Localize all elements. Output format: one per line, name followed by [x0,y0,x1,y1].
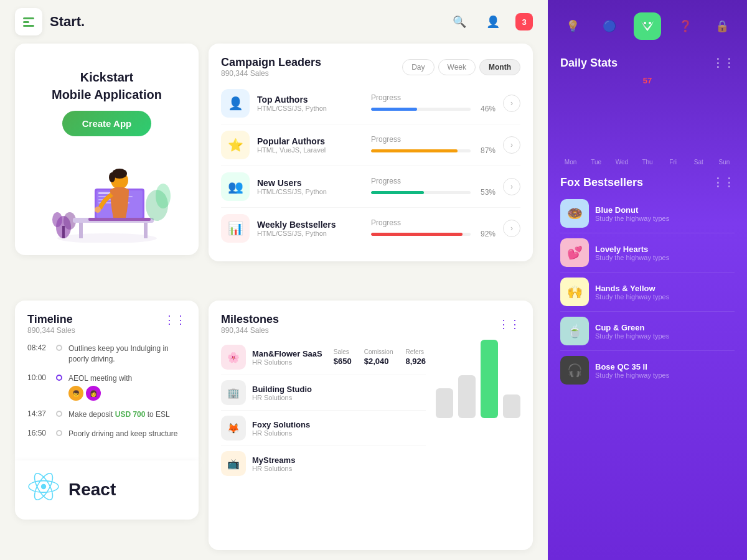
milestone-info-3: Foxy Solutions HR Solutions [252,420,426,437]
svg-point-21 [41,484,46,489]
bestseller-info-3: Hands & Yellow Study the highway types [595,284,735,301]
daily-stats-chart: Mon Tue Wed Thu [560,91,735,166]
timeline-item-3: 14:37 Make deposit USD 700 to ESL [27,409,186,420]
bestseller-thumb-2: 💕 [560,238,589,267]
label-wed: Wed [616,159,628,166]
timeline-item-2: 10:00 AEOL meeting with 👦 👩 [27,373,186,401]
header-left: Start. [15,8,85,35]
search-icon[interactable]: 🔍 [448,11,471,33]
milestone-icon-4: 📺 [221,451,246,476]
hero-titles: Kickstart Mobile Application [52,56,162,103]
milestone-row-2: 🏢 Building Studio HR Solutions [221,375,426,411]
chevron-btn-2[interactable]: › [503,136,520,154]
milestone-sub-1: HR Solutions [252,358,327,366]
label-sun: Sun [719,159,730,166]
milestones-title: Milestones [221,313,279,326]
stat-sales-1: Sales $650 [334,348,352,366]
fox-bestsellers-dots[interactable]: ⋮⋮ [712,175,735,189]
header-right: 🔍 👤 3 [448,11,533,33]
app-container: Start. 🔍 👤 3 Kickstart Mobile Applicatio… [0,0,747,560]
user-icon[interactable]: 👤 [482,11,504,33]
bar-tue: Tue [586,156,606,166]
daily-stats-dots[interactable]: ⋮⋮ [712,56,735,70]
hero-title-line2: Mobile Application [52,88,162,101]
milestones-chart [436,340,520,421]
milestones-content: 🌸 Man&Flower SaaS HR Solutions Sales $65… [221,340,520,481]
milestone-row-1: 🌸 Man&Flower SaaS HR Solutions Sales $65… [221,340,426,375]
tab-day[interactable]: Day [402,59,434,75]
sidebar-content: Daily Stats ⋮⋮ 57 Mon Tue [548,46,747,560]
sidebar-icon-bulb[interactable]: 💡 [560,14,585,39]
bestseller-item-3: 🙌 Hands & Yellow Study the highway types [560,273,735,312]
fox-bestsellers-title: Fox Bestsellers ⋮⋮ [560,175,735,189]
dot-1 [56,345,62,351]
milestone-info-2: Building Studio HR Solutions [252,385,426,401]
tab-month[interactable]: Month [479,59,520,75]
campaign-row-2: ⭐ Popular Authors HTML, VueJS, Laravel P… [221,124,520,166]
avatar-1: 👦 [68,386,83,401]
chart-bar-1 [436,340,453,418]
campaign-name-3: New Users [257,178,364,188]
label-fri: Fri [669,159,677,166]
hero-illustration [39,143,176,243]
progress-fill-2 [371,149,458,152]
timeline-title: Timeline [27,313,75,326]
bestseller-thumb-4: 🍵 [560,317,589,345]
hero-illustration-svg [39,146,176,243]
sidebar-icon-lock[interactable]: 🔒 [710,14,735,39]
progress-fill-3 [371,191,424,194]
sidebar-icon-fox-active[interactable] [634,12,661,40]
bestseller-sub-4: Study the highway types [595,332,735,340]
milestones-card: Milestones 890,344 Sales ⋮⋮ 🌸 [209,301,533,550]
hero-title-line1: Kickstart [80,70,134,84]
bestseller-item-4: 🍵 Cup & Green Study the highway types [560,312,735,351]
bestseller-item-1: 🍩 Blue Donut Study the highway types [560,194,735,233]
logo-lines [23,17,34,27]
campaign-name-4: Weekly Bestsellers [257,220,364,230]
time-3: 14:37 [27,409,50,418]
bestseller-sub-1: Study the highway types [595,215,735,222]
progress-label-3: Progress [371,177,496,185]
text-1: Outlines keep you Indulging in poorly dr… [68,343,186,365]
timeline-dots[interactable]: ⋮⋮ [164,313,186,327]
svg-rect-6 [79,223,83,238]
timeline-item-1: 08:42 Outlines keep you Indulging in poo… [27,343,186,365]
chevron-btn-1[interactable]: › [503,95,520,112]
bar-1 [436,388,453,418]
svg-rect-14 [88,218,151,221]
milestone-info-4: MyStreams HR Solutions [252,455,426,472]
sidebar-icon-circle[interactable]: 🔵 [597,14,622,39]
daily-stats-section: Daily Stats ⋮⋮ 57 Mon Tue [560,56,735,166]
sidebar-icon-question[interactable]: ❓ [673,14,698,39]
milestones-dots[interactable]: ⋮⋮ [498,317,520,331]
progress-pct-3: 53% [476,188,496,197]
chevron-btn-4[interactable]: › [503,220,520,237]
campaign-card: Campaign Leaders 890,344 Sales Day Week … [209,44,533,261]
bestseller-name-3: Hands & Yellow [595,284,735,293]
dot-2 [56,375,62,381]
bestseller-item-2: 💕 Lovely Hearts Study the highway types [560,233,735,273]
react-icon [27,470,60,510]
notification-badge[interactable]: 3 [515,13,533,30]
campaign-tech-3: HTML/CSS/JS, Python [257,188,364,195]
fox-bestsellers-label: Fox Bestsellers [560,176,643,189]
tab-week[interactable]: Week [438,59,476,75]
campaign-icon-2: ⭐ [221,131,250,159]
timeline-card: Timeline 890,344 Sales ⋮⋮ 08:42 Outlines… [15,301,199,460]
campaign-info-3: New Users HTML/CSS/JS, Python [257,178,364,195]
svg-point-18 [95,207,101,213]
label-mon: Mon [565,159,576,166]
chevron-btn-3[interactable]: › [503,178,520,195]
progress-label-1: Progress [371,93,496,102]
right-top-col: Campaign Leaders 890,344 Sales Day Week … [209,44,533,293]
bestseller-sub-5: Study the highway types [595,371,735,379]
top-section: Kickstart Mobile Application Create App [0,44,548,293]
bestseller-item-5: 🎧 Bose QC 35 II Study the highway types [560,351,735,390]
label-tue: Tue [591,159,601,166]
create-app-button[interactable]: Create App [62,111,151,136]
chart-bar-3 [481,340,498,418]
dot-3 [56,411,62,417]
bar-sat: Sat [688,156,709,166]
logo-line-3 [23,25,34,27]
svg-point-26 [649,22,651,24]
